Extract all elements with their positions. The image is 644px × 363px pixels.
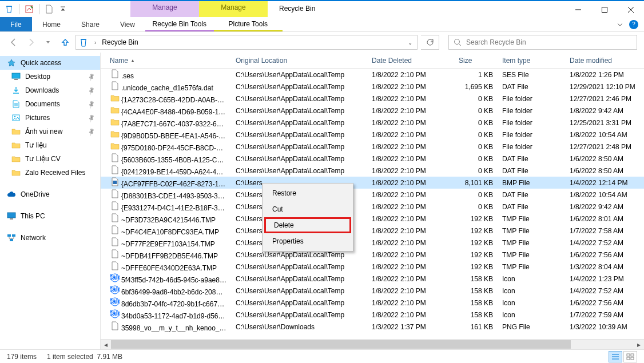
breadcrumb[interactable]: Recycle Bin — [102, 38, 402, 46]
column-headers: Name▴ Original Location Date Deleted Siz… — [101, 53, 644, 69]
recent-locations-button[interactable] — [41, 35, 55, 49]
table-row[interactable]: {E9331274-D4C1-41E2-B18F-322146...C:\Use… — [101, 201, 644, 213]
file-type: Icon — [498, 299, 565, 307]
sidebar-item-label: Documents — [25, 100, 60, 108]
horizontal-scrollbar[interactable]: ◂ ▸ — [101, 339, 644, 349]
sidebar-item-label: This PC — [21, 212, 45, 220]
large-icons-view-button[interactable] — [623, 351, 637, 362]
chevron-right-icon[interactable]: › — [92, 39, 98, 46]
table-row[interactable]: ~DF4C4EA10F8DFC93EA.TMPC:\Users1/8/2022 … — [101, 225, 644, 237]
file-date-deleted: 1/8/2022 2:10 PM — [367, 83, 454, 91]
sidebar-item[interactable]: Documents — [0, 97, 100, 111]
pictures-icon — [11, 113, 21, 122]
sidebar-item[interactable]: Desktop — [0, 70, 100, 83]
table-row[interactable]: Zalo34bd0a53-1172-4ad7-b1d9-d5631a...C:\… — [101, 309, 644, 321]
table-row[interactable]: {02412919-BE14-459D-A624-4F43D...C:\User… — [101, 165, 644, 177]
file-type: File folder — [498, 131, 565, 139]
table-row[interactable]: {975D0180-DF24-45CF-B8CD-B88A...C:\Users… — [101, 141, 644, 153]
sidebar-item[interactable]: Pictures — [0, 111, 100, 125]
table-row[interactable]: {1A273C28-C65B-42DD-A0AB-96E...C:\Users\… — [101, 93, 644, 105]
table-row[interactable]: ~DFDB41FF9B2DB5E446.TMPC:\Users\User\App… — [101, 249, 644, 261]
table-row[interactable]: {ACF97FFB-C02F-462F-8273-11D18...C:\User… — [101, 177, 644, 189]
table-row[interactable]: ~DFFE60FE4340D2E63A.TMPC:\Users\User\App… — [101, 261, 644, 273]
file-name: {02412919-BE14-459D-A624-4F43D... — [121, 168, 231, 176]
qat-properties-icon[interactable] — [23, 2, 35, 16]
search-input[interactable]: Search Recycle Bin — [448, 35, 637, 50]
close-button[interactable] — [618, 1, 644, 18]
zalo-icon: Zalo — [110, 285, 120, 294]
sidebar-item-label: Zalo Received Files — [25, 169, 85, 177]
file-size: 0 KB — [454, 203, 498, 211]
table-row[interactable]: Zalo8d6db3b7-04fc-4720-9b1f-c66775a...C:… — [101, 297, 644, 309]
file-size: 0 KB — [454, 119, 498, 127]
tab-view[interactable]: View — [110, 17, 145, 31]
file-menu[interactable]: File — [0, 17, 32, 31]
table-row[interactable]: ~DF3D732BA9C4215446.TMPC:\Users1/8/2022 … — [101, 213, 644, 225]
sidebar-onedrive[interactable]: OneDrive — [0, 188, 100, 201]
table-row[interactable]: .sesC:\Users\User\AppData\Local\Temp1/8/… — [101, 69, 644, 81]
up-button[interactable] — [58, 35, 72, 49]
file-icon — [110, 201, 120, 210]
ctx-properties[interactable]: Properties — [264, 233, 351, 249]
qat-file-icon[interactable] — [43, 2, 55, 16]
table-row[interactable]: ~DF77F2E9EF7103A154.TMPC:\Users1/8/2022 … — [101, 237, 644, 249]
table-row[interactable]: {7A8E7C71-667C-4037-9322-63F99...C:\User… — [101, 117, 644, 129]
tab-picture-tools[interactable]: Picture Tools — [214, 17, 283, 31]
col-original-location[interactable]: Original Location — [231, 57, 367, 65]
address-dropdown-icon[interactable]: ⌄ — [406, 39, 415, 46]
network-icon — [7, 233, 16, 242]
col-item-type[interactable]: Item type — [498, 57, 565, 65]
scroll-right-icon[interactable]: ▸ — [634, 340, 644, 350]
table-row[interactable]: Zalo5f43ff5d-742b-46d5-945c-a9ae842e...C… — [101, 273, 644, 285]
svg-rect-8 — [10, 218, 13, 220]
col-date-modified[interactable]: Date modified — [565, 57, 644, 65]
table-row[interactable]: 35998_vo__m_y_t__nh_kenoo_t12...C:\Users… — [101, 321, 644, 333]
address-bar[interactable]: › Recycle Bin ⌄ — [75, 35, 418, 50]
table-row[interactable]: {D88301B3-CDE1-4493-9503-38412...C:\User… — [101, 189, 644, 201]
tab-home[interactable]: Home — [32, 17, 71, 31]
sidebar-item-label: Ảnh vui new — [25, 127, 62, 135]
col-name[interactable]: Name▴ — [105, 57, 231, 65]
sidebar-quick-access[interactable]: Quick access — [0, 56, 100, 70]
scroll-thumb[interactable] — [111, 340, 571, 349]
table-row[interactable]: {5603B605-1355-4B0B-A125-C0CBE...C:\User… — [101, 153, 644, 165]
star-icon — [7, 58, 16, 67]
scroll-left-icon[interactable]: ◂ — [101, 340, 111, 350]
help-icon[interactable]: ? — [629, 20, 638, 29]
file-date-deleted: 1/8/2022 2:10 PM — [367, 107, 454, 115]
minimize-button[interactable] — [565, 1, 591, 18]
tab-share[interactable]: Share — [71, 17, 110, 31]
table-row[interactable]: {9D9B0D5D-BBEE-4EA1-A546-5EF6...C:\Users… — [101, 129, 644, 141]
file-size: 0 KB — [454, 107, 498, 115]
file-icon — [110, 165, 120, 174]
file-type: File folder — [498, 119, 565, 127]
sidebar-item[interactable]: Tư Liệu CV — [0, 152, 100, 166]
folder-icon — [11, 141, 21, 150]
table-row[interactable]: Zalo6bf36499-9ad8-4bb2-b6dc-208e1a...C:\… — [101, 285, 644, 297]
table-row[interactable]: .unicode_cache_d1e576fa.datC:\Users\User… — [101, 81, 644, 93]
col-date-deleted[interactable]: Date Deleted — [367, 57, 454, 65]
col-size[interactable]: Size — [454, 57, 498, 65]
ribbon-expand-icon[interactable] — [617, 21, 623, 28]
refresh-button[interactable] — [421, 35, 439, 50]
sidebar-item[interactable]: Zalo Received Files — [0, 166, 100, 179]
ctx-cut[interactable]: Cut — [264, 201, 351, 217]
folder-icon — [11, 127, 21, 136]
sidebar-item[interactable]: Ảnh vui new — [0, 125, 100, 138]
ctx-delete[interactable]: Delete — [264, 217, 351, 233]
forward-button[interactable] — [24, 35, 38, 49]
details-view-button[interactable] — [609, 351, 622, 362]
table-row[interactable]: {4CAA4E0F-8488-4D69-B059-175D2...C:\User… — [101, 105, 644, 117]
tab-recycle-bin-tools[interactable]: Recycle Bin Tools — [145, 17, 214, 31]
back-button[interactable] — [7, 35, 21, 49]
sidebar-item[interactable]: Downloads — [0, 83, 100, 97]
maximize-button[interactable] — [591, 1, 618, 18]
sidebar-this-pc[interactable]: This PC — [0, 209, 100, 223]
file-date-deleted: 1/8/2022 2:10 PM — [367, 131, 454, 139]
file-date-deleted: 1/8/2022 2:10 PM — [367, 263, 454, 271]
qat-customize-icon[interactable] — [57, 2, 69, 16]
ctx-restore[interactable]: Restore — [264, 185, 351, 201]
sidebar-network[interactable]: Network — [0, 231, 100, 245]
sidebar-item[interactable]: Tư liệu — [0, 138, 100, 152]
file-icon — [110, 69, 120, 78]
